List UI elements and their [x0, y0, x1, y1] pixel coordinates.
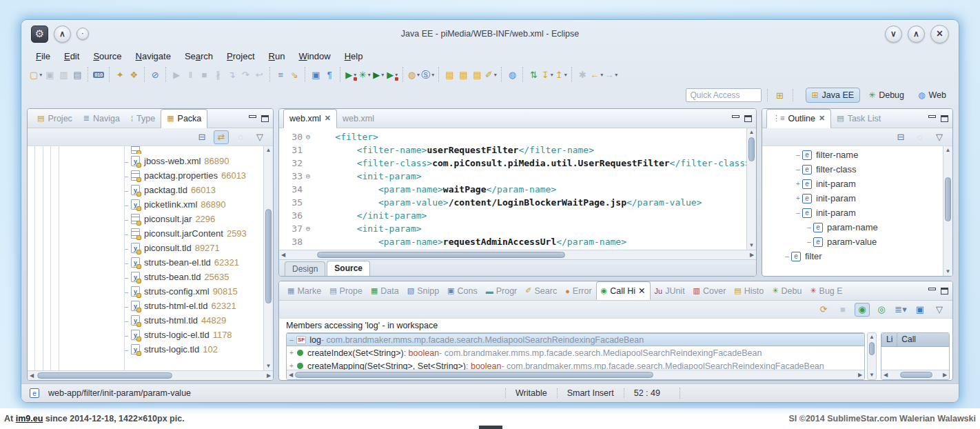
perspective-java-ee[interactable]: ⊞Java EE [806, 88, 861, 103]
file-tree-item[interactable]: –ystruts-logic.tld102 [28, 342, 263, 357]
view-tab-cover[interactable]: ▥Cover [689, 281, 731, 300]
location-hscrollbar[interactable]: ◀▶ [881, 370, 949, 379]
perspective-debug[interactable]: ✳Debug [863, 88, 910, 102]
menu-help[interactable]: Help [338, 50, 369, 63]
new-wizard-icon[interactable]: ▢▾ [29, 68, 43, 82]
mode-tab-source[interactable]: Source [327, 261, 370, 276]
jar-refresh-icon[interactable]: ❖ [127, 68, 141, 82]
tab-task-list[interactable]: ▤Task List [831, 109, 886, 128]
im9-link[interactable]: im9.eu [16, 414, 43, 423]
file-tree-item[interactable]: –ystruts-config.xml90815 [28, 284, 263, 299]
mark-occurrences-icon[interactable]: ≡ [274, 68, 287, 82]
minimize-view-icon[interactable] [928, 288, 936, 290]
code-line[interactable]: 32 <filter-class>com.piConsult.piMedia.u… [279, 157, 746, 170]
skip-all-breakpoints-icon[interactable]: ⊘ [148, 68, 162, 82]
menu-window[interactable]: Window [292, 50, 336, 63]
tab-outline[interactable]: ⋮≡Outline✕ [766, 109, 831, 128]
view-tab-error[interactable]: ●Error [561, 281, 595, 300]
last-edit-location-icon[interactable]: ⇘ [287, 68, 301, 82]
external-tools-icon[interactable]: ✳▾ [358, 68, 371, 82]
menu-file[interactable]: File [30, 50, 57, 63]
run-icon[interactable]: ▶▾ [371, 68, 385, 82]
new-dynamic-web-project-icon[interactable]: ◍▾ [407, 68, 420, 82]
app-gear-icon[interactable]: ⚙ [31, 26, 48, 43]
close-icon[interactable]: ✕ [638, 286, 645, 296]
expander-icon[interactable]: – [794, 151, 802, 159]
xml-source-editor[interactable]: 30⊖ <filter>31 <filter-name>userRequestF… [279, 128, 746, 250]
view-tab-prope[interactable]: ▤Prope [325, 281, 367, 300]
view-menu-icon[interactable]: ▽ [932, 130, 947, 144]
code-line[interactable]: 33⊖ <init-param> [279, 170, 746, 183]
location-column-li[interactable]: Li [881, 333, 897, 346]
import-page-icon[interactable]: ▤ [442, 68, 456, 82]
outline-item[interactable]: –efilter [772, 249, 943, 263]
maximize-view-icon[interactable] [744, 115, 752, 122]
show-callees-icon[interactable]: ◎ [874, 303, 889, 317]
call-vscrollbar[interactable]: ▲▼ [867, 332, 877, 380]
link-with-editor-icon[interactable]: ⇄ [214, 130, 229, 144]
view-tab-junit[interactable]: JuJUnit [651, 281, 689, 300]
maximize-view-icon[interactable] [941, 115, 948, 122]
explorer-vscrollbar[interactable]: ▲▼ [263, 146, 273, 370]
outline-item[interactable]: –efilter-name [772, 148, 943, 162]
expander-icon[interactable]: – [783, 252, 791, 260]
file-tree-item[interactable]: –ypacktag.tld66013 [28, 183, 263, 197]
call-hierarchy-row[interactable]: +createIndex(Set<String>) : boolean - co… [287, 346, 864, 359]
pin-view-icon[interactable]: ▣ [912, 303, 928, 317]
tab-packa[interactable]: ▦Packa [161, 109, 207, 128]
view-tab-call-hi[interactable]: ◉Call Hi✕ [596, 281, 651, 300]
open-folder-icon[interactable]: ▤ [470, 68, 484, 82]
menu-source[interactable]: Source [87, 50, 127, 63]
view-tab-snipp[interactable]: ▧Snipp [403, 281, 443, 300]
expander-icon[interactable]: – [805, 238, 813, 246]
show-callers-icon[interactable]: ◉ [855, 303, 870, 317]
close-button[interactable]: × [930, 25, 949, 43]
new-web-service-icon[interactable]: Ⓢ▾ [420, 68, 435, 82]
import-icon[interactable]: ↧▾ [540, 68, 554, 82]
run-history-icon[interactable]: ▶▾ [344, 68, 358, 82]
export-icon[interactable]: ↥▾ [554, 68, 568, 82]
shade-button[interactable]: ∧ [54, 26, 71, 43]
file-tree-item[interactable]: –yjboss-web.xml86890 [28, 154, 263, 168]
minimize-view-icon[interactable] [928, 115, 936, 118]
view-tab-bug-e[interactable]: ✳Bug E [806, 281, 846, 300]
expander-icon[interactable]: – [794, 209, 802, 217]
close-icon[interactable]: ✕ [819, 114, 825, 123]
restore-button[interactable]: ∧ [908, 26, 925, 43]
paintbrush-icon[interactable]: ✐▾ [484, 68, 498, 82]
minimize-view-icon[interactable] [732, 115, 739, 118]
file-tree-item[interactable]: –ypiconsult.tld89271 [28, 241, 263, 255]
view-tab-marke[interactable]: ▦Marke [283, 281, 325, 300]
editor-tab-web.xml[interactable]: web.xml✕ [283, 109, 337, 128]
web-browser-icon[interactable]: ◍ [505, 68, 519, 82]
tab-projec[interactable]: ▤Projec [32, 109, 78, 128]
next-annotation-icon[interactable]: ⇅ [527, 68, 540, 82]
file-tree-item[interactable]: –ystruts-bean-el.tld62321 [28, 255, 263, 270]
mode-tab-design[interactable]: Design [285, 261, 325, 276]
file-tree-item[interactable]: –ystruts-logic-el.tld1178 [28, 328, 263, 342]
view-tab-searc[interactable]: ✐Searc [521, 281, 561, 300]
expander-icon[interactable]: – [794, 166, 802, 173]
minimize-view-icon[interactable] [249, 115, 256, 118]
file-tree-item[interactable]: –ystruts-bean.tld25635 [28, 270, 263, 284]
maximize-view-icon[interactable] [261, 115, 269, 122]
expander-icon[interactable]: + [287, 362, 296, 370]
view-menu-icon[interactable]: ▽ [252, 130, 267, 144]
outline-item[interactable]: +einit-param [772, 191, 943, 206]
code-line[interactable]: 35 <param-value>/content/LoginBlockerWai… [279, 196, 746, 209]
view-tab-progr[interactable]: ▬Progr [482, 281, 522, 300]
expander-icon[interactable]: + [794, 194, 802, 202]
explorer-hscrollbar[interactable]: ◀▶ [28, 370, 273, 380]
code-line[interactable]: 36 </init-param> [279, 209, 746, 222]
code-line[interactable]: 31 <filter-name>userRequestFilter</filte… [279, 143, 746, 157]
editor-vscrollbar[interactable]: ▲▼ [746, 128, 756, 250]
expander-icon[interactable]: + [794, 180, 802, 188]
outline-item[interactable]: –efilter-class [772, 162, 943, 177]
maximize-view-icon[interactable] [941, 288, 948, 295]
expander-icon[interactable]: – [805, 223, 813, 231]
call-hierarchy-row[interactable]: +createMapping(Set<String>, Set<String>)… [287, 359, 864, 370]
fold-marker[interactable]: ⊖ [303, 130, 314, 143]
code-line[interactable]: 34 <param-name>waitPage</param-name> [279, 183, 746, 196]
outline-item[interactable]: –einit-param [772, 206, 943, 220]
minimize-button[interactable]: ∨ [885, 26, 902, 43]
